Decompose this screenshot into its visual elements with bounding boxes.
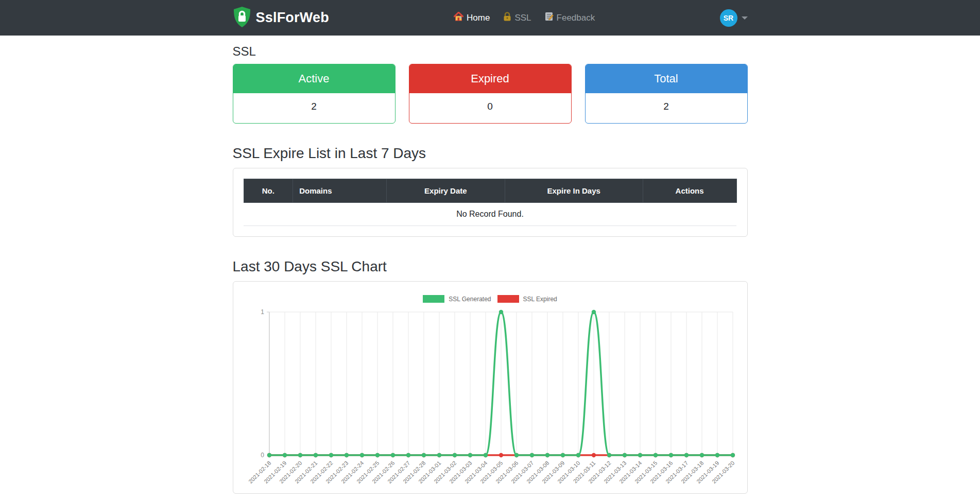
total-card-value: 2 (586, 93, 747, 123)
generated-legend-swatch (423, 295, 444, 303)
lock-icon (503, 12, 511, 24)
svg-text:0: 0 (261, 452, 264, 459)
expire-list-panel: No. Domains Expiry Date Expire In Days A… (233, 168, 748, 237)
home-icon (454, 12, 463, 24)
svg-text:1: 1 (261, 308, 264, 316)
user-menu[interactable]: SR (720, 9, 748, 27)
expired-card: Expired 0 (409, 64, 572, 124)
expired-card-value: 0 (409, 93, 571, 123)
legend-label: SSL Expired (523, 296, 557, 303)
avatar[interactable]: SR (720, 9, 737, 27)
ssl-stat-cards: Active 2 Expired 0 Total 2 (233, 64, 748, 124)
nav-item-home[interactable]: Home (454, 12, 490, 24)
navbar: SslForWeb Home (0, 0, 980, 36)
nav-item-label: Feedback (557, 13, 595, 23)
active-card-value: 2 (233, 93, 395, 123)
active-card-header: Active (233, 64, 395, 93)
chevron-down-icon (742, 16, 748, 20)
no-record-text: No Record Found. (244, 203, 736, 226)
chart-panel: SSL Generated SSL Expired 012021-02-1820… (233, 281, 748, 494)
column-expire-in-days: Expire In Days (505, 179, 643, 203)
expire-table-header-row: No. Domains Expiry Date Expire In Days A… (244, 179, 736, 203)
legend-item-expired[interactable]: SSL Expired (497, 295, 557, 303)
expired-card-header: Expired (409, 64, 571, 93)
empty-row: No Record Found. (244, 203, 736, 226)
nav-item-feedback[interactable]: Feedback (545, 12, 595, 24)
shield-lock-logo-icon (233, 6, 251, 30)
nav-item-ssl[interactable]: SSL (503, 12, 531, 24)
nav-item-label: SSL (514, 13, 531, 23)
chart-section-title: Last 30 Days SSL Chart (233, 258, 748, 275)
active-card: Active 2 (233, 64, 396, 124)
chart-legend: SSL Generated SSL Expired (244, 295, 737, 303)
column-expiry-date: Expiry Date (387, 179, 505, 203)
column-no: No. (244, 179, 293, 203)
nav-item-label: Home (467, 13, 490, 23)
ssl-section-title: SSL (233, 44, 748, 59)
memo-icon (545, 12, 554, 24)
expire-table: No. Domains Expiry Date Expire In Days A… (244, 179, 737, 226)
total-card-header: Total (586, 64, 747, 93)
legend-label: SSL Generated (449, 296, 491, 303)
brand[interactable]: SslForWeb (233, 6, 329, 30)
legend-item-generated[interactable]: SSL Generated (423, 295, 491, 303)
column-actions: Actions (643, 179, 736, 203)
total-card: Total 2 (585, 64, 748, 124)
expired-legend-swatch (497, 295, 519, 303)
main-content: SSL Active 2 Expired 0 Total 2 SSL Expir… (233, 44, 748, 494)
column-domains: Domains (293, 179, 387, 203)
expire-list-title: SSL Expire List in Last 7 Days (233, 145, 748, 162)
ssl-line-chart[interactable]: 012021-02-182021-02-192021-02-202021-02-… (244, 305, 737, 486)
nav-menu: Home SSL (329, 12, 720, 24)
brand-title: SslForWeb (256, 10, 329, 26)
